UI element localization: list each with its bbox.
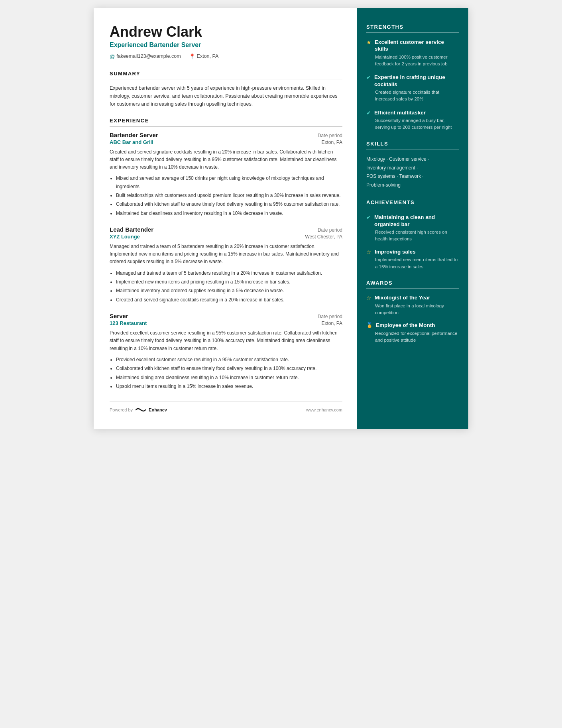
achievement-2-title: Improving sales [375,248,416,256]
skills-line-4: Problem-solving [366,181,459,190]
skills-line-3: POS systems · Teamwork · [366,172,459,181]
candidate-name: Andrew Clark [110,24,342,40]
achievements-divider [366,208,459,209]
job-3-date: Date period [318,314,342,319]
strength-2-header: ✔ Expertise in crafting unique cocktails [366,74,459,88]
job-3-location: Exton, PA [322,321,342,326]
award-1: ☆ Mixologist of the Year Won first place… [366,294,459,316]
job-1-title: Bartender Server [110,132,158,138]
brand-name: Enhancv [149,407,167,412]
summary-section: SUMMARY Experienced bartender server wit… [110,71,342,108]
star-icon-2: ☆ [366,249,371,255]
job-1-desc: Created and served signature cocktails r… [110,148,342,171]
job-2-header: Lead Bartender Date period [110,226,342,233]
candidate-title: Experienced Bartender Server [110,41,342,49]
location-value: Exton, PA [197,53,219,59]
contact-info: @ fakeemail123@example.com 📍 Exton, PA [110,53,342,59]
job-3-header: Server Date period [110,313,342,319]
strength-3: ✔ Efficient multitasker Successfully man… [366,109,459,131]
list-item: Managed and trained a team of 5 bartende… [116,269,342,277]
list-item: Mixed and served an average of 150 drink… [116,174,342,191]
skills-divider [366,149,459,150]
job-1-company: ABC Bar and Grill [110,139,153,145]
strength-1-title: Excellent customer service skills [375,39,459,53]
list-item: Upsold menu items resulting in a 15% inc… [116,382,342,390]
footer-url: www.enhancv.com [306,407,342,412]
strengths-divider [366,32,459,33]
strength-2-title: Expertise in crafting unique cocktails [374,74,459,88]
job-2-bullets: Managed and trained a team of 5 bartende… [110,269,342,304]
strength-3-desc: Successfully managed a busy bar, serving… [375,117,459,131]
achievement-1-header: ✔ Maintaining a clean and organized bar [366,214,459,228]
achievement-1-desc: Received consistent high scores on healt… [375,229,459,243]
email-value: fakeemail123@example.com [116,53,181,59]
award-1-header: ☆ Mixologist of the Year [366,294,459,301]
experience-title: EXPERIENCE [110,118,342,124]
summary-divider [110,79,342,80]
strength-1: ★ Excellent customer service skills Main… [366,39,459,68]
list-item: Provided excellent customer service resu… [116,356,342,364]
right-column: STRENGTHS ★ Excellent customer service s… [357,8,468,429]
star-icon-3: ☆ [366,295,371,301]
list-item: Maintained dining area cleanliness resul… [116,374,342,382]
powered-by-label: Powered by [110,407,133,412]
job-3-desc: Provided excellent customer service resu… [110,329,342,352]
email-icon: @ [110,53,115,59]
job-2-desc: Managed and trained a team of 5 bartende… [110,243,342,266]
strength-2: ✔ Expertise in crafting unique cocktails… [366,74,459,103]
medal-icon: 🏅 [366,322,373,328]
job-1: Bartender Server Date period ABC Bar and… [110,132,342,218]
achievement-1: ✔ Maintaining a clean and organized bar … [366,214,459,243]
job-1-bullets: Mixed and served an average of 150 drink… [110,174,342,217]
award-1-desc: Won first place in a local mixology comp… [375,303,459,317]
list-item: Built relationships with customers and u… [116,191,342,199]
achievement-2-header: ☆ Improving sales [366,248,459,256]
awards-section: AWARDS ☆ Mixologist of the Year Won firs… [366,280,459,344]
email-contact: @ fakeemail123@example.com [110,53,181,59]
awards-divider [366,288,459,289]
list-item: Maintained inventory and ordered supplie… [116,287,342,295]
strength-1-header: ★ Excellent customer service skills [366,39,459,53]
check-icon-2: ✔ [366,110,371,116]
job-2-company-row: XYZ Lounge West Chester, PA [110,234,342,240]
location-contact: 📍 Exton, PA [189,53,219,59]
job-3: Server Date period 123 Restaurant Exton,… [110,313,342,390]
job-3-company-row: 123 Restaurant Exton, PA [110,320,342,326]
skills-title: SKILLS [366,141,459,147]
check-icon-3: ✔ [366,214,371,220]
strength-3-header: ✔ Efficient multitasker [366,109,459,116]
job-1-company-row: ABC Bar and Grill Exton, PA [110,139,342,145]
list-item: Implemented new menu items and pricing r… [116,278,342,286]
left-column: Andrew Clark Experienced Bartender Serve… [94,8,357,429]
award-2-header: 🏅 Employee of the Month [366,322,459,329]
job-1-date: Date period [318,133,342,138]
resume-container: Andrew Clark Experienced Bartender Serve… [94,8,468,429]
job-2-date: Date period [318,227,342,233]
job-3-company: 123 Restaurant [110,320,147,326]
list-item: Collaborated with kitchen staff to ensur… [116,200,342,208]
list-item: Created and served signature cocktails r… [116,296,342,304]
header: Andrew Clark Experienced Bartender Serve… [110,24,342,59]
enhancv-logo [135,407,146,413]
strength-2-desc: Created signature cocktails that increas… [375,89,459,103]
job-2: Lead Bartender Date period XYZ Lounge We… [110,226,342,304]
job-3-bullets: Provided excellent customer service resu… [110,356,342,391]
strength-1-desc: Maintained 100% positive customer feedba… [375,54,459,68]
list-item: Collaborated with kitchen staff to ensur… [116,364,342,372]
list-item: Maintained bar cleanliness and inventory… [116,209,342,217]
footer-branding: Powered by Enhancv [110,407,167,413]
achievements-section: ACHIEVEMENTS ✔ Maintaining a clean and o… [366,199,459,270]
location-icon: 📍 [189,53,195,59]
logo-svg [135,407,146,413]
star-icon: ★ [366,39,371,45]
awards-title: AWARDS [366,280,459,286]
job-2-company: XYZ Lounge [110,234,140,240]
check-icon: ✔ [366,74,371,81]
achievement-2: ☆ Improving sales Implemented new menu i… [366,248,459,270]
job-2-title: Lead Bartender [110,226,153,233]
strengths-section: STRENGTHS ★ Excellent customer service s… [366,24,459,131]
achievement-1-title: Maintaining a clean and organized bar [374,214,459,228]
summary-title: SUMMARY [110,71,342,77]
job-1-location: Exton, PA [322,140,342,145]
strength-3-title: Efficient multitasker [374,109,426,116]
